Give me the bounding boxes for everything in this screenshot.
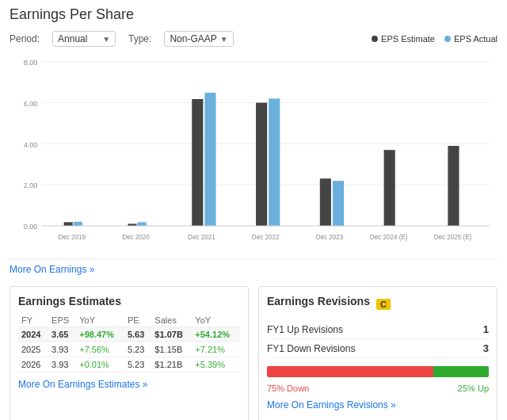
cell-yoy: +98.47% [76, 327, 124, 342]
svg-rect-20 [269, 98, 280, 226]
table-row: 2025 3.93 +7.56% 5.23 $1.15B +7.21% [18, 342, 240, 357]
estimates-panel: Earnings Estimates FY EPS YoY PE Sales Y… [10, 286, 249, 420]
svg-rect-11 [74, 222, 82, 226]
up-label: 25% Up [458, 384, 489, 393]
revisions-title: Earnings Revisions [267, 295, 370, 307]
svg-rect-22 [320, 178, 331, 226]
main-container: Earnings Per Share Period: Annual ▼ Type… [0, 0, 507, 420]
progress-labels: 75% Down 25% Up [267, 384, 489, 393]
cell-fy: 2026 [18, 357, 48, 372]
period-select[interactable]: Annual ▼ [52, 31, 116, 47]
svg-text:2.00: 2.00 [24, 181, 38, 189]
controls-row: Period: Annual ▼ Type: Non-GAAP ▼ EPS Es… [10, 31, 497, 47]
type-select[interactable]: Non-GAAP ▼ [164, 31, 233, 47]
svg-text:Dec 2022: Dec 2022 [252, 233, 280, 241]
fy1-down-row: FY1 Down Revisions 3 [267, 339, 489, 358]
up-bar [433, 366, 489, 377]
estimates-header-row: FY EPS YoY PE Sales YoY [18, 314, 240, 327]
period-label: Period: [10, 33, 40, 44]
more-estimates-link[interactable]: More On Earnings Estimates » [18, 379, 240, 390]
legend-actual: EPS Actual [444, 34, 497, 44]
down-bar [267, 366, 433, 377]
cell-pe: 5.23 [124, 357, 151, 372]
fy1-up-count: 1 [483, 323, 489, 335]
cell-eps: 3.93 [48, 342, 76, 357]
cell-yoy: +0.01% [76, 357, 124, 372]
svg-rect-27 [448, 146, 459, 226]
cell-yoy: +7.56% [76, 342, 124, 357]
svg-text:Dec 2019: Dec 2019 [58, 233, 86, 241]
cell-pe: 5.23 [124, 342, 151, 357]
svg-rect-14 [138, 222, 147, 226]
col-sales: Sales [151, 314, 192, 327]
svg-rect-19 [256, 103, 267, 226]
svg-text:Dec 2025 (E): Dec 2025 (E) [434, 233, 472, 241]
cell-fy: 2025 [18, 342, 48, 357]
svg-rect-23 [333, 181, 344, 226]
actual-legend-label: EPS Actual [454, 34, 497, 44]
estimate-legend-label: EPS Estimate [381, 34, 435, 44]
cell-pe: 5.63 [124, 327, 151, 342]
period-arrow-icon: ▼ [102, 35, 110, 44]
col-yoy: YoY [76, 314, 124, 327]
more-earnings-link[interactable]: More On Earnings » [10, 264, 497, 275]
table-row: 2026 3.93 +0.01% 5.23 $1.21B +5.39% [18, 357, 240, 372]
estimates-table: FY EPS YoY PE Sales YoY 2024 3.65 +98.47… [18, 314, 240, 372]
svg-text:Dec 2024 (E): Dec 2024 (E) [370, 233, 408, 241]
type-label: Type: [128, 33, 151, 44]
svg-rect-17 [204, 93, 215, 226]
more-revisions-link[interactable]: More On Earnings Revisions » [267, 399, 489, 410]
bottom-panels: Earnings Estimates FY EPS YoY PE Sales Y… [10, 286, 497, 420]
revisions-header: Earnings Revisions C [267, 295, 489, 314]
legend: EPS Estimate EPS Actual [372, 34, 497, 44]
svg-text:0.00: 0.00 [24, 222, 38, 231]
fy1-up-row: FY1 Up Revisions 1 [267, 320, 489, 339]
fy1-down-count: 3 [483, 342, 489, 354]
progress-bar [267, 366, 489, 377]
svg-rect-16 [192, 99, 203, 226]
type-arrow-icon: ▼ [220, 35, 228, 44]
table-row: 2024 3.65 +98.47% 5.63 $1.07B +54.12% [18, 327, 240, 342]
revisions-panel: Earnings Revisions C FY1 Up Revisions 1 … [258, 286, 497, 420]
period-value: Annual [58, 33, 87, 44]
chart-svg: 8.00 6.00 4.00 2.00 0.00 Dec 2019 Dec 20… [10, 53, 497, 258]
svg-rect-10 [64, 222, 73, 226]
estimates-title: Earnings Estimates [18, 295, 240, 307]
legend-estimate: EPS Estimate [372, 34, 435, 44]
type-value: Non-GAAP [170, 33, 216, 44]
actual-dot-icon [444, 36, 451, 42]
cell-sales: $1.15B [151, 342, 192, 357]
cell-sales: $1.07B [151, 327, 192, 342]
cell-eps: 3.93 [48, 357, 76, 372]
col-fy: FY [18, 314, 48, 327]
col-eps: EPS [48, 314, 76, 327]
cell-fy: 2024 [18, 327, 48, 342]
col-sales-yoy: YoY [192, 314, 240, 327]
cell-eps: 3.65 [48, 327, 76, 342]
cell-sales-yoy: +5.39% [192, 357, 240, 372]
svg-rect-25 [384, 150, 395, 226]
fy1-up-label: FY1 Up Revisions [267, 324, 343, 335]
chart-container: 8.00 6.00 4.00 2.00 0.00 Dec 2019 Dec 20… [10, 53, 497, 259]
page-title: Earnings Per Share [10, 6, 497, 23]
cell-sales: $1.21B [151, 357, 192, 372]
svg-text:8.00: 8.00 [24, 58, 38, 67]
revisions-badge: C [376, 299, 391, 310]
svg-text:Dec 2023: Dec 2023 [316, 233, 344, 241]
cell-sales-yoy: +54.12% [192, 327, 240, 342]
col-pe: PE [124, 314, 151, 327]
svg-text:6.00: 6.00 [24, 99, 38, 108]
fy1-down-label: FY1 Down Revisions [267, 343, 355, 354]
cell-sales-yoy: +7.21% [192, 342, 240, 357]
progress-section: 75% Down 25% Up [267, 366, 489, 393]
svg-text:Dec 2021: Dec 2021 [188, 233, 215, 241]
svg-text:Dec 2020: Dec 2020 [122, 233, 150, 241]
down-label: 75% Down [267, 384, 309, 393]
svg-text:4.00: 4.00 [24, 139, 38, 148]
estimate-dot-icon [372, 36, 378, 42]
